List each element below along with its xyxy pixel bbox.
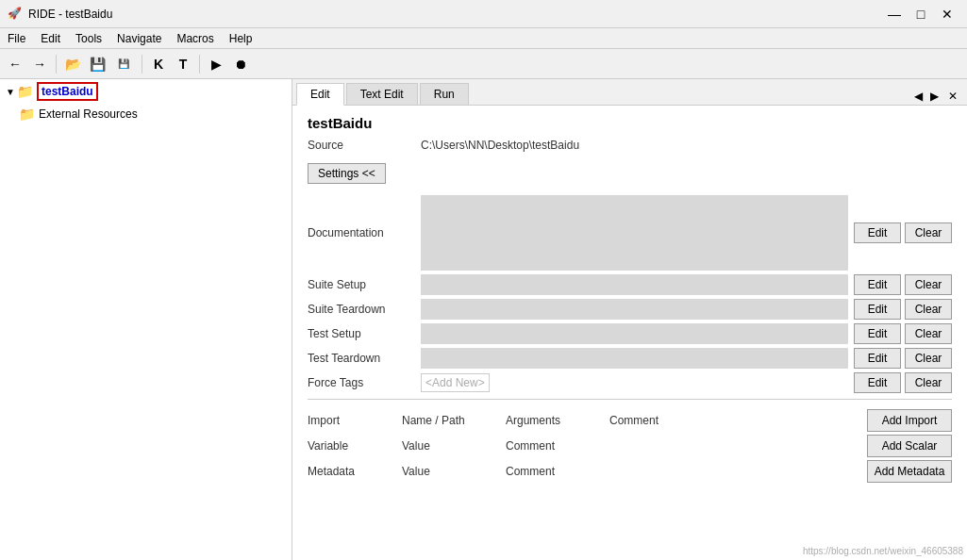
- right-panel: Edit Text Edit Run ◀ ▶ ✕ testBaidu Sourc…: [292, 79, 967, 560]
- run-keyword-button[interactable]: K: [147, 53, 170, 75]
- suite-teardown-edit-button[interactable]: Edit: [854, 299, 901, 320]
- suite-setup-edit-button[interactable]: Edit: [854, 274, 901, 295]
- record-button[interactable]: ⏺: [229, 53, 252, 75]
- metadata-col3: Comment: [506, 465, 609, 478]
- menu-bar: File Edit Tools Navigate Macros Help: [0, 28, 967, 49]
- tab-close-button[interactable]: ✕: [942, 88, 963, 105]
- close-button[interactable]: ✕: [935, 4, 959, 25]
- import-header-arguments: Arguments: [506, 414, 609, 427]
- test-setup-input[interactable]: [421, 323, 848, 344]
- test-teardown-clear-button[interactable]: Clear: [905, 348, 952, 369]
- force-tags-label: Force Tags: [308, 376, 421, 389]
- test-teardown-row: Test Teardown Edit Clear: [308, 348, 952, 369]
- tab-bar: Edit Text Edit Run ◀ ▶ ✕: [292, 79, 967, 106]
- add-metadata-button[interactable]: Add Metadata: [867, 460, 952, 483]
- variable-row: Variable Value Comment Add Scalar: [308, 435, 952, 457]
- folder-icon-external: 📁: [19, 107, 35, 122]
- documentation-clear-button[interactable]: Clear: [905, 222, 952, 243]
- title-bar: 🚀 RIDE - testBaidu — □ ✕: [0, 0, 967, 28]
- play-button[interactable]: ▶: [205, 53, 227, 75]
- folder-icon: 📁: [17, 84, 33, 99]
- variable-col1: Variable: [308, 439, 402, 453]
- import-section: Import Name / Path Arguments Comment Add…: [308, 409, 952, 483]
- metadata-col1: Metadata: [308, 465, 402, 478]
- add-import-button[interactable]: Add Import: [867, 409, 952, 432]
- tab-text-edit[interactable]: Text Edit: [346, 83, 418, 105]
- tree-item-testbaidu[interactable]: ▼ 📁 testBaidu: [0, 79, 292, 104]
- test-setup-label: Test Setup: [308, 327, 421, 340]
- test-teardown-label: Test Teardown: [308, 352, 421, 365]
- import-table-header: Import Name / Path Arguments Comment Add…: [308, 409, 952, 432]
- variable-col3: Comment: [506, 439, 609, 453]
- content-area: testBaidu Source C:\Users\NN\Desktop\tes…: [292, 106, 967, 560]
- suite-teardown-input[interactable]: [421, 299, 848, 320]
- import-header-name-path: Name / Path: [402, 414, 506, 427]
- open-button[interactable]: 📂: [61, 53, 84, 75]
- external-resources-item[interactable]: 📁 External Resources: [0, 104, 292, 124]
- tab-run[interactable]: Run: [420, 83, 469, 105]
- maximize-button[interactable]: □: [909, 4, 933, 25]
- toolbar-sep-2: [142, 55, 142, 74]
- menu-help[interactable]: Help: [222, 30, 260, 47]
- metadata-col2: Value: [402, 465, 506, 478]
- toolbar-sep-3: [199, 55, 200, 74]
- suite-teardown-clear-button[interactable]: Clear: [905, 299, 952, 320]
- toolbar-sep-1: [56, 55, 57, 74]
- back-button[interactable]: ←: [4, 53, 26, 75]
- test-setup-row: Test Setup Edit Clear: [308, 323, 952, 344]
- save-all-button[interactable]: 💾: [110, 53, 137, 75]
- test-teardown-input[interactable]: [421, 348, 848, 369]
- menu-macros[interactable]: Macros: [169, 30, 221, 47]
- force-tags-clear-button[interactable]: Clear: [905, 372, 952, 393]
- documentation-row: Documentation Edit Clear: [308, 195, 952, 271]
- source-row: Source C:\Users\NN\Desktop\testBaidu: [308, 139, 952, 152]
- tab-navigation: ◀ ▶ ✕: [907, 88, 967, 105]
- menu-tools[interactable]: Tools: [68, 30, 109, 47]
- tree-expand-icon: ▼: [6, 87, 17, 97]
- settings-toggle-button[interactable]: Settings <<: [308, 163, 386, 184]
- import-header-import: Import: [308, 414, 402, 427]
- suite-title: testBaidu: [308, 115, 952, 131]
- source-label: Source: [308, 139, 421, 152]
- menu-edit[interactable]: Edit: [33, 30, 68, 47]
- add-scalar-button[interactable]: Add Scalar: [867, 435, 952, 457]
- force-tags-input[interactable]: <Add New>: [421, 372, 848, 393]
- main-layout: ▼ 📁 testBaidu 📁 External Resources Edit …: [0, 79, 967, 560]
- suite-teardown-row: Suite Teardown Edit Clear: [308, 299, 952, 320]
- documentation-label: Documentation: [308, 226, 421, 239]
- title-text: RIDE - testBaidu: [28, 8, 882, 21]
- settings-section: Documentation Edit Clear Suite Setup Edi…: [308, 195, 952, 393]
- tab-next-button[interactable]: ▶: [926, 88, 942, 105]
- suite-setup-row: Suite Setup Edit Clear: [308, 274, 952, 295]
- import-header-comment: Comment: [609, 414, 861, 427]
- suite-setup-clear-button[interactable]: Clear: [905, 274, 952, 295]
- text-button[interactable]: T: [172, 53, 194, 75]
- save-button[interactable]: 💾: [86, 53, 108, 75]
- documentation-textarea[interactable]: [421, 195, 848, 271]
- app-icon: 🚀: [8, 7, 23, 22]
- documentation-edit-button[interactable]: Edit: [854, 222, 901, 243]
- tab-prev-button[interactable]: ◀: [910, 88, 926, 105]
- test-teardown-edit-button[interactable]: Edit: [854, 348, 901, 369]
- tab-edit[interactable]: Edit: [296, 83, 344, 106]
- forward-button[interactable]: →: [28, 53, 51, 75]
- menu-file[interactable]: File: [0, 30, 33, 47]
- add-new-tag-placeholder[interactable]: <Add New>: [421, 373, 490, 392]
- suite-teardown-label: Suite Teardown: [308, 303, 421, 316]
- minimize-button[interactable]: —: [882, 4, 907, 25]
- source-value: C:\Users\NN\Desktop\testBaidu: [421, 139, 579, 152]
- variable-col2: Value: [402, 439, 506, 453]
- external-resources-label: External Resources: [39, 107, 138, 121]
- window-controls: — □ ✕: [882, 4, 959, 25]
- tree-item-label-testbaidu: testBaidu: [37, 82, 98, 101]
- suite-setup-label: Suite Setup: [308, 278, 421, 291]
- toolbar: ← → 📂 💾 💾 K T ▶ ⏺: [0, 49, 967, 79]
- force-tags-edit-button[interactable]: Edit: [854, 372, 901, 393]
- test-setup-clear-button[interactable]: Clear: [905, 323, 952, 344]
- watermark: https://blog.csdn.net/weixin_46605388: [803, 546, 963, 556]
- menu-navigate[interactable]: Navigate: [109, 30, 169, 47]
- suite-setup-input[interactable]: [421, 274, 848, 295]
- metadata-row: Metadata Value Comment Add Metadata: [308, 460, 952, 483]
- test-setup-edit-button[interactable]: Edit: [854, 323, 901, 344]
- section-divider: [308, 399, 952, 400]
